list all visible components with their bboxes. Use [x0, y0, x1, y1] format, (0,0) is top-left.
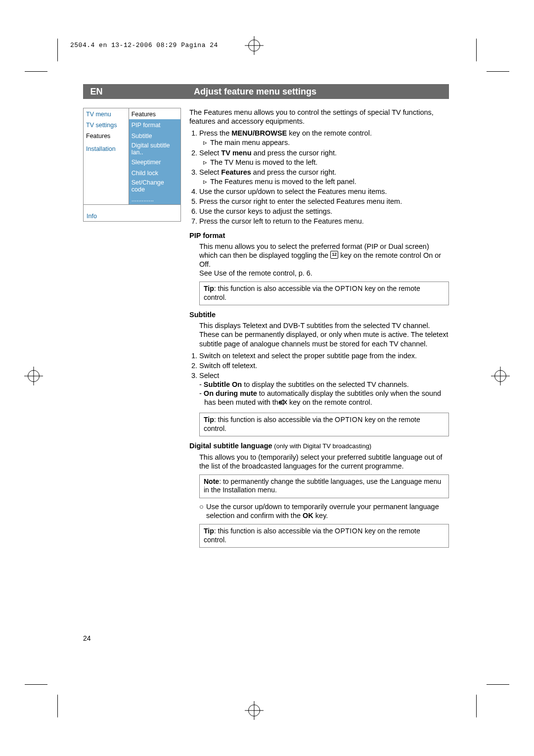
menu-info: Info	[83, 205, 181, 222]
result-marker-icon: ▹	[203, 138, 210, 147]
menu-item-pip-format: PIP format	[129, 119, 180, 130]
subtitle-option-on: - Subtitle On to display the subtitles o…	[199, 380, 449, 389]
menu-item-installation: Installation	[84, 141, 129, 156]
subtitle-paragraph: This displays Teletext and DVB-T subtitl…	[189, 321, 449, 348]
language-tab: EN	[83, 84, 110, 99]
menu-item-empty	[84, 156, 129, 167]
step-1: Press the MENU/BROWSE key on the remote …	[199, 129, 449, 147]
heading-subtitle: Subtitle	[189, 310, 449, 319]
crop-mark	[57, 39, 58, 61]
print-header: 2504.4 en 13-12-2006 08:29 Pagina 24	[70, 42, 218, 49]
crop-mark	[25, 684, 47, 685]
tip-dsl: Tip: this function is also accessible vi…	[199, 524, 449, 548]
subtitle-step-list: Switch on teletext and select the proper…	[189, 351, 449, 408]
crop-mark	[487, 71, 509, 72]
menu-item-empty	[84, 178, 129, 193]
menu-item-subtitle: Subtitle	[129, 130, 180, 141]
subtitle-step-2: Switch off teletext.	[199, 361, 449, 370]
heading-pip-format: PIP format	[189, 231, 449, 240]
subtitle-step-1: Switch on teletext and select the proper…	[199, 351, 449, 360]
menu-item-empty	[84, 193, 129, 205]
result-marker-icon: ▹	[203, 177, 210, 186]
crop-mark	[57, 695, 58, 717]
result-marker-icon: ▹	[203, 158, 210, 167]
menu-item-features: Features	[84, 130, 129, 141]
tip-subtitle: Tip: this function is also accessible vi…	[199, 413, 449, 436]
menu-header-right: Features	[129, 108, 180, 120]
crop-mark	[487, 684, 509, 685]
page-title: Adjust feature menu settings	[110, 84, 449, 99]
menu-item-tv-settings: TV settings	[84, 119, 129, 130]
crop-mark	[25, 71, 47, 72]
step-2: Select TV menu and press the cursor righ…	[199, 148, 449, 167]
step-4: Use the cursor up/down to select the Fea…	[199, 187, 449, 196]
dsl-bullet: ○ Use the cursor up/down to temporarily …	[189, 502, 449, 520]
menu-item-sleeptimer: Sleeptimer	[129, 156, 180, 167]
registration-mark-icon	[248, 40, 260, 51]
step-7: Press the cursor left to return to the F…	[199, 217, 449, 226]
dual-screen-key-icon	[330, 251, 338, 259]
tip-pip: Tip: this function is also accessible vi…	[199, 282, 449, 305]
note-dsl: Note: to permanently change the subtitle…	[199, 474, 449, 498]
menu-item-more: .............	[129, 193, 180, 205]
subtitle-step-3: Select - Subtitle On to display the subt…	[199, 371, 449, 408]
body-text: The Features menu allows you to control …	[189, 108, 449, 552]
subtitle-option-on-mute: - On during mute to automatically displa…	[199, 389, 449, 408]
registration-mark-icon	[28, 370, 40, 382]
bullet-icon: ○	[199, 502, 206, 520]
dsl-paragraph: This allows you to (temporarily) select …	[189, 453, 449, 471]
step-6: Use the cursor keys to adjust the settin…	[199, 207, 449, 216]
crop-mark	[476, 39, 477, 61]
crop-mark	[476, 695, 477, 717]
intro-paragraph: The Features menu allows you to control …	[189, 108, 449, 126]
step-5: Press the cursor right to enter the sele…	[199, 197, 449, 206]
pip-paragraph: This menu allows you to select the prefe…	[189, 242, 449, 278]
menu-item-child-lock: Child lock	[129, 167, 180, 178]
menu-item-empty	[84, 167, 129, 178]
registration-mark-icon	[248, 705, 260, 716]
step-3: Select Features and press the cursor rig…	[199, 168, 449, 186]
heading-digital-subtitle-language: Digital subtitle language (only with Dig…	[189, 441, 449, 450]
step-list: Press the MENU/BROWSE key on the remote …	[189, 129, 449, 226]
menu-item-digital-subtitle-lang: Digital subtitle lan..	[129, 141, 180, 156]
page-number: 24	[83, 634, 91, 642]
menu-header-left: TV menu	[84, 108, 129, 120]
registration-mark-icon	[494, 370, 506, 382]
sidebar-menu: TV menu Features TV settingsPIP format F…	[83, 108, 181, 222]
menu-item-set-change-code: Set/Change code	[129, 178, 180, 193]
